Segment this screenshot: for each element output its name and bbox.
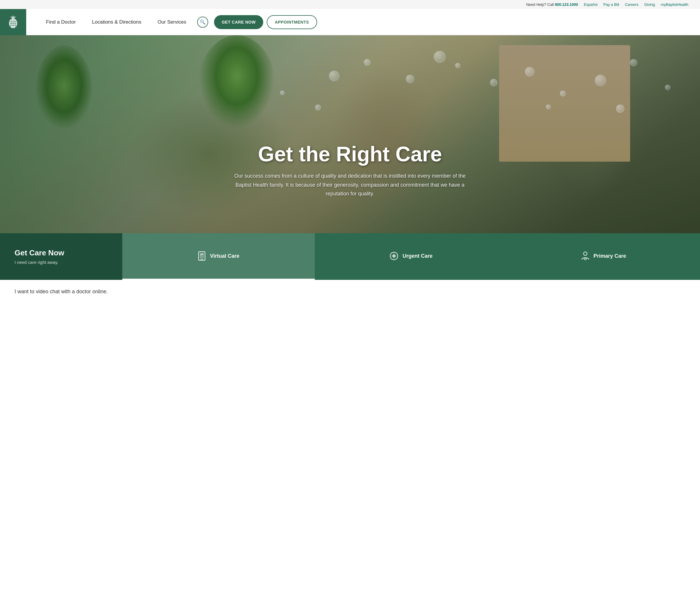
nav-locations[interactable]: Locations & Directions (84, 19, 149, 25)
care-tab-virtual[interactable]: Virtual Care (122, 233, 315, 280)
search-button[interactable]: 🔍 (197, 17, 208, 28)
pay-bill-link[interactable]: Pay a Bill (603, 2, 619, 7)
svg-rect-9 (200, 253, 204, 258)
bubble (630, 59, 637, 66)
svg-rect-16 (584, 258, 586, 260)
care-now-section: Get Care Now I need care right away. Vir… (0, 233, 700, 280)
primary-care-label: Primary Care (593, 253, 626, 259)
care-now-subtitle: I need care right away. (15, 260, 108, 265)
bubble (315, 105, 321, 110)
main-nav: Find a Doctor Locations & Directions Our… (38, 15, 688, 29)
virtual-care-icon (198, 251, 206, 261)
nav-buttons: GET CARE NOW APPOINTMENTS (214, 15, 317, 29)
mybaptisthealth-link[interactable]: myBaptistHealth (661, 2, 688, 7)
careers-link[interactable]: Careers (625, 2, 638, 7)
utility-bar: Need Help? Call 800.123.1000 Español Pay… (0, 0, 700, 9)
search-icon: 🔍 (200, 19, 206, 25)
logo[interactable] (0, 9, 26, 35)
hero-overlay (0, 35, 700, 233)
appointments-button[interactable]: APPOINTMENTS (267, 15, 317, 29)
svg-point-15 (584, 252, 587, 256)
virtual-care-label: Virtual Care (210, 253, 239, 259)
care-bottom-text: I want to video chat with a doctor onlin… (15, 289, 108, 295)
hero-subtext: Our success comes from a culture of qual… (233, 172, 467, 198)
bubble (546, 105, 551, 109)
primary-care-icon (581, 251, 589, 261)
care-now-left: Get Care Now I need care right away. (0, 233, 122, 280)
phone-link[interactable]: 800.123.1000 (555, 2, 578, 7)
urgent-care-icon (390, 252, 398, 260)
bubble (525, 67, 534, 76)
care-tab-primary[interactable]: Primary Care (508, 233, 700, 280)
bubble (364, 59, 370, 66)
nav-our-services[interactable]: Our Services (149, 19, 194, 25)
header: Find a Doctor Locations & Directions Our… (0, 9, 700, 35)
hero-section: Get the Right Care Our success comes fro… (0, 35, 700, 233)
espanol-link[interactable]: Español (584, 2, 598, 7)
get-care-button[interactable]: GET CARE NOW (214, 15, 263, 29)
need-help-text: Need Help? Call 800.123.1000 (526, 2, 578, 7)
urgent-care-label: Urgent Care (402, 253, 432, 259)
care-tabs: Virtual Care Urgent Care (122, 233, 700, 280)
bubble (616, 105, 624, 113)
care-bottom: I want to video chat with a doctor onlin… (0, 280, 700, 303)
hero-text: Get the Right Care Our success comes fro… (0, 143, 700, 198)
bubble (455, 63, 460, 68)
bubble (490, 79, 497, 86)
hero-headline: Get the Right Care (23, 143, 677, 166)
care-tab-urgent[interactable]: Urgent Care (315, 233, 507, 280)
nav-find-doctor[interactable]: Find a Doctor (38, 19, 84, 25)
care-now-title: Get Care Now (15, 249, 108, 258)
bubble (665, 85, 670, 90)
bubble (280, 91, 285, 95)
giving-link[interactable]: Giving (644, 2, 655, 7)
